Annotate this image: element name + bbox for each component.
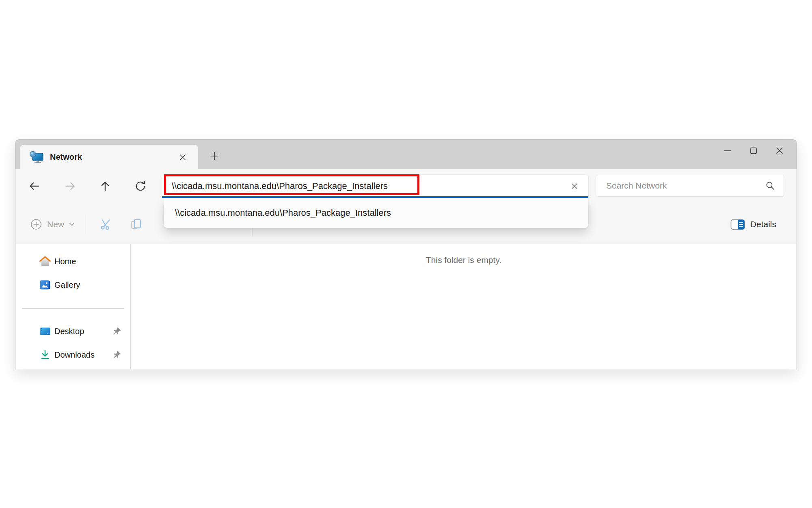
scissors-icon [100, 218, 112, 230]
tab-close-icon[interactable] [177, 152, 188, 163]
details-button[interactable]: Details [726, 213, 780, 236]
desktop-icon [39, 326, 51, 336]
window-controls [715, 141, 797, 162]
title-bar: Network [15, 140, 797, 169]
up-button[interactable] [98, 179, 112, 193]
new-tab-button[interactable] [207, 149, 222, 163]
chevron-down-icon [69, 222, 75, 226]
forward-button[interactable] [63, 179, 77, 193]
details-button-label: Details [750, 219, 776, 229]
sidebar-item-label: Desktop [54, 327, 84, 336]
pinned-icon [112, 327, 121, 336]
address-input[interactable] [162, 175, 588, 198]
sidebar-item-home[interactable]: Home [21, 252, 125, 271]
content-area: Home Gallery [15, 244, 797, 369]
sidebar-item-downloads[interactable]: Downloads [21, 345, 125, 364]
file-explorer-window: Network [15, 139, 797, 369]
network-places-icon [29, 150, 45, 164]
maximize-button[interactable] [741, 141, 767, 161]
copy-button[interactable] [127, 215, 146, 234]
details-pane-icon [730, 219, 745, 230]
cut-button[interactable] [96, 215, 116, 234]
sidebar-item-gallery[interactable]: Gallery [21, 276, 125, 294]
clear-address-icon[interactable] [569, 180, 580, 192]
search-input[interactable] [596, 180, 765, 191]
tab-title: Network [50, 152, 82, 162]
back-button[interactable] [27, 179, 41, 193]
home-icon [39, 256, 51, 267]
toolbar-divider [87, 215, 87, 234]
refresh-button[interactable] [134, 179, 147, 193]
copy-icon [130, 218, 143, 230]
tab-network[interactable]: Network [20, 145, 198, 169]
empty-folder-message: This folder is empty. [131, 255, 797, 265]
navigation-pane: Home Gallery [15, 244, 131, 369]
address-suggestion-dropdown[interactable]: \\cicada.msu.montana.edu\Pharos_Package_… [164, 198, 588, 228]
close-button[interactable] [767, 141, 793, 161]
sidebar-item-label: Downloads [54, 350, 95, 360]
plus-circle-icon [30, 218, 42, 230]
suggestion-item[interactable]: \\cicada.msu.montana.edu\Pharos_Package_… [175, 208, 391, 218]
downloads-icon [39, 349, 51, 360]
new-button-label: New [47, 219, 64, 229]
sidebar-item-label: Home [54, 257, 76, 266]
sidebar-separator [22, 308, 124, 309]
explorer-chrome: \\cicada.msu.montana.edu\Pharos_Package_… [15, 169, 797, 243]
minimize-button[interactable] [715, 141, 741, 161]
new-button[interactable]: New [25, 212, 80, 237]
search-icon[interactable] [765, 180, 775, 191]
pinned-icon [112, 350, 121, 359]
sidebar-item-label: Gallery [54, 280, 80, 290]
sidebar-item-desktop[interactable]: Desktop [21, 322, 125, 341]
folder-view: This folder is empty. [131, 244, 797, 369]
address-bar [162, 175, 588, 198]
search-box [596, 175, 784, 197]
gallery-icon [39, 279, 51, 291]
